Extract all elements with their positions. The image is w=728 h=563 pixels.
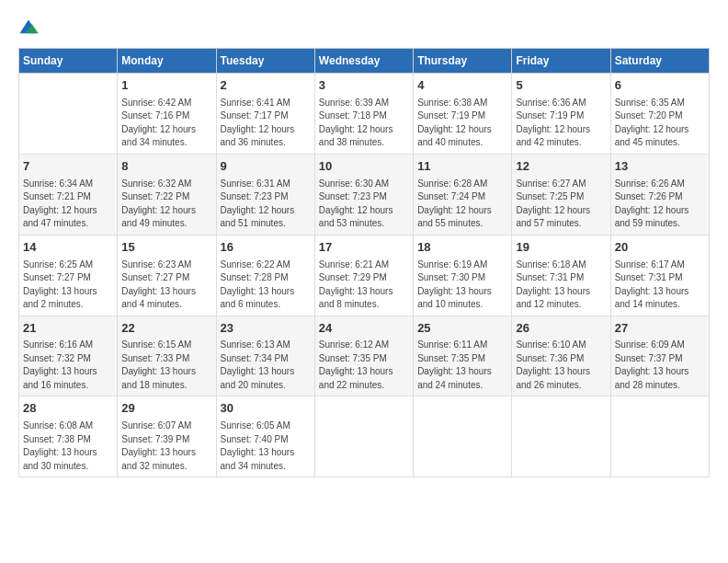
calendar-cell: 9Sunrise: 6:31 AMSunset: 7:23 PMDaylight… [216,154,314,235]
day-info: and 53 minutes. [319,217,409,231]
day-info: Sunrise: 6:23 AM [121,259,211,272]
day-info: Sunrise: 6:39 AM [319,97,409,110]
day-info: and 16 minutes. [23,379,113,393]
day-header-sunday: Sunday [19,49,118,74]
day-info: and 47 minutes. [23,217,113,231]
day-info: Sunset: 7:31 PM [615,271,705,285]
calendar-week-3: 14Sunrise: 6:25 AMSunset: 7:27 PMDayligh… [19,235,710,316]
day-info: Sunrise: 6:42 AM [121,97,211,110]
day-info: Daylight: 12 hours [615,123,705,137]
day-info: Sunset: 7:21 PM [23,190,113,204]
day-info: Sunset: 7:37 PM [615,352,705,366]
calendar-cell: 5Sunrise: 6:36 AMSunset: 7:19 PMDaylight… [512,74,610,155]
day-info: Sunrise: 6:41 AM [221,97,311,110]
day-number: 4 [417,77,507,95]
day-number: 10 [319,158,409,176]
calendar-cell [512,396,610,477]
day-number: 9 [221,158,311,176]
calendar-cell [314,396,413,477]
day-info: Daylight: 12 hours [615,204,705,218]
day-info: Sunrise: 6:17 AM [615,259,705,272]
day-info: and 55 minutes. [417,217,507,231]
day-info: Sunset: 7:19 PM [417,109,507,123]
day-info: and 34 minutes. [121,136,211,150]
calendar-week-2: 7Sunrise: 6:34 AMSunset: 7:21 PMDaylight… [19,154,710,235]
day-info: and 51 minutes. [221,217,311,231]
calendar-cell: 1Sunrise: 6:42 AMSunset: 7:16 PMDaylight… [118,74,216,155]
calendar-week-1: 1Sunrise: 6:42 AMSunset: 7:16 PMDaylight… [19,74,710,155]
day-info: Daylight: 13 hours [23,365,113,379]
calendar-week-4: 21Sunrise: 6:16 AMSunset: 7:32 PMDayligh… [19,316,710,396]
day-info: Sunrise: 6:07 AM [121,419,211,433]
day-info: Daylight: 13 hours [319,365,409,379]
day-number: 27 [615,320,705,338]
day-info: Sunrise: 6:18 AM [516,259,606,272]
day-info: Sunrise: 6:19 AM [417,259,507,272]
day-info: Daylight: 12 hours [221,123,311,137]
calendar-cell: 16Sunrise: 6:22 AMSunset: 7:28 PMDayligh… [216,235,314,316]
day-info: Sunset: 7:38 PM [23,433,113,447]
day-info: Daylight: 12 hours [319,123,409,137]
day-info: Sunrise: 6:15 AM [121,339,211,352]
day-number: 13 [615,158,705,176]
calendar-cell [19,74,118,155]
day-header-wednesday: Wednesday [314,49,413,74]
day-info: Daylight: 12 hours [221,204,311,218]
day-number: 19 [516,239,606,257]
calendar-cell: 27Sunrise: 6:09 AMSunset: 7:37 PMDayligh… [610,316,709,396]
calendar-cell: 4Sunrise: 6:38 AMSunset: 7:19 PMDaylight… [414,74,512,155]
day-info: and 24 minutes. [417,379,507,393]
day-info: Daylight: 12 hours [417,123,507,137]
day-info: Sunrise: 6:27 AM [516,178,606,191]
day-number: 1 [121,77,211,95]
day-info: Sunset: 7:24 PM [417,190,507,204]
day-info: Sunrise: 6:32 AM [121,178,211,191]
day-header-monday: Monday [118,49,216,74]
day-info: and 8 minutes. [319,298,409,312]
day-info: and 18 minutes. [121,379,211,393]
day-info: and 59 minutes. [615,217,705,231]
calendar-cell: 8Sunrise: 6:32 AMSunset: 7:22 PMDaylight… [118,154,216,235]
day-number: 21 [23,320,113,338]
day-info: and 22 minutes. [319,379,409,393]
day-info: and 10 minutes. [417,298,507,312]
day-number: 28 [23,400,113,418]
day-info: and 30 minutes. [23,460,113,474]
day-info: Sunrise: 6:28 AM [417,178,507,191]
day-info: Daylight: 12 hours [319,204,409,218]
day-number: 30 [221,400,311,418]
day-info: Sunrise: 6:12 AM [319,339,409,352]
day-info: Sunrise: 6:08 AM [23,419,113,433]
day-info: Sunset: 7:27 PM [23,271,113,285]
day-info: Sunset: 7:35 PM [319,352,409,366]
calendar-cell [610,396,709,477]
day-info: Sunset: 7:23 PM [221,190,311,204]
day-info: Sunset: 7:40 PM [221,433,311,447]
calendar-cell: 2Sunrise: 6:41 AMSunset: 7:17 PMDaylight… [216,74,314,155]
calendar-cell: 23Sunrise: 6:13 AMSunset: 7:34 PMDayligh… [216,316,314,396]
day-info: Daylight: 13 hours [121,446,211,460]
day-info: Sunset: 7:30 PM [417,271,507,285]
day-number: 2 [221,77,311,95]
day-info: Sunrise: 6:31 AM [221,178,311,191]
day-info: Sunset: 7:17 PM [221,109,311,123]
day-number: 12 [516,158,606,176]
day-info: Sunset: 7:16 PM [121,109,211,123]
day-info: Sunset: 7:33 PM [121,352,211,366]
day-header-thursday: Thursday [414,49,512,74]
day-header-saturday: Saturday [610,49,709,74]
day-info: and 49 minutes. [121,217,211,231]
day-info: Daylight: 13 hours [615,365,705,379]
day-number: 24 [319,320,409,338]
day-info: and 26 minutes. [516,379,606,393]
day-info: Sunrise: 6:22 AM [221,259,311,272]
day-info: Sunrise: 6:25 AM [23,259,113,272]
day-info: and 34 minutes. [221,460,311,474]
calendar-cell: 12Sunrise: 6:27 AMSunset: 7:25 PMDayligh… [512,154,610,235]
day-info: and 45 minutes. [615,136,705,150]
calendar-cell: 11Sunrise: 6:28 AMSunset: 7:24 PMDayligh… [414,154,512,235]
day-info: Sunset: 7:36 PM [516,352,606,366]
calendar-cell: 19Sunrise: 6:18 AMSunset: 7:31 PMDayligh… [512,235,610,316]
day-number: 5 [516,77,606,95]
day-info: and 38 minutes. [319,136,409,150]
